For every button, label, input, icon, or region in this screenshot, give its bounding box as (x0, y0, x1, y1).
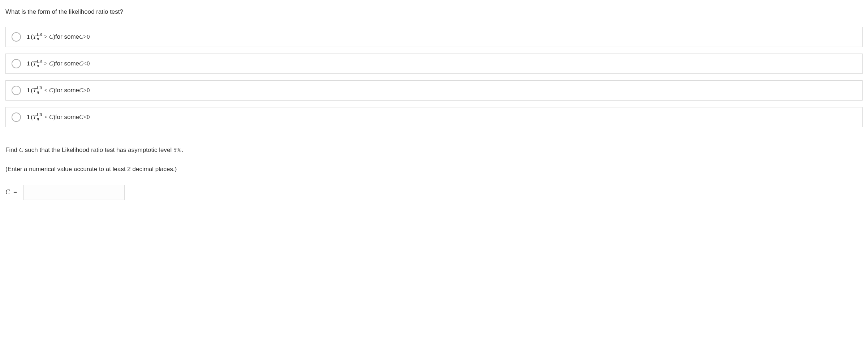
var-C: C (49, 86, 53, 95)
indicator-one: 1 (27, 112, 30, 122)
q2-prefix: Find (5, 146, 19, 153)
var-C-cond: C (79, 59, 83, 68)
option-1[interactable]: 1 ( T LR n > C ) for some C >0 (5, 27, 863, 47)
cond: <0 (83, 112, 90, 122)
supsub: LR n (37, 87, 43, 94)
var-C-cond: C (79, 112, 83, 122)
question-1-text: What is the form of the likelihood ratio… (5, 7, 863, 17)
q2-period: . (182, 146, 183, 153)
radio-icon (12, 112, 21, 122)
question-2-text: Find C such that the Likelihood ratio te… (5, 145, 863, 155)
option-2[interactable]: 1 ( T LR n > C ) for some C <0 (5, 54, 863, 74)
rel-op: < (44, 86, 48, 95)
indicator-one: 1 (27, 32, 30, 42)
var-C-cond: C (79, 32, 83, 42)
var-T: T (33, 32, 36, 42)
question-2: Find C such that the Likelihood ratio te… (5, 145, 863, 200)
for-some: for some (55, 86, 79, 95)
sub-n: n (37, 118, 43, 121)
sub-n: n (37, 37, 43, 41)
rel-op: < (44, 112, 48, 122)
for-some: for some (55, 32, 79, 42)
supsub: LR n (37, 33, 43, 41)
indicator-one: 1 (27, 59, 30, 68)
radio-icon (12, 59, 21, 68)
option-2-label: 1 ( T LR n > C ) for some C <0 (27, 59, 90, 68)
answer-input-C[interactable] (23, 185, 125, 200)
var-C: C (49, 112, 53, 122)
option-1-label: 1 ( T LR n > C ) for some C >0 (27, 32, 90, 42)
var-T: T (33, 112, 36, 122)
sub-n: n (37, 64, 43, 68)
option-3-label: 1 ( T LR n < C ) for some C >0 (27, 86, 90, 95)
answer-line: C = (5, 185, 863, 200)
q2-five: 5% (173, 146, 182, 153)
option-4-label: 1 ( T LR n < C ) for some C <0 (27, 112, 90, 122)
q2-C: C (19, 146, 23, 153)
radio-icon (12, 86, 21, 95)
radio-icon (12, 32, 21, 42)
option-4[interactable]: 1 ( T LR n < C ) for some C <0 (5, 107, 863, 127)
answer-label-C: C (5, 187, 10, 197)
option-3[interactable]: 1 ( T LR n < C ) for some C >0 (5, 80, 863, 101)
question-2-hint: (Enter a numerical value accurate to at … (5, 165, 863, 174)
rel-op: > (44, 32, 48, 42)
supsub: LR n (37, 114, 43, 121)
indicator-one: 1 (27, 86, 30, 95)
cond: >0 (83, 32, 90, 42)
cond: <0 (83, 59, 90, 68)
for-some: for some (55, 59, 79, 68)
supsub: LR n (37, 60, 43, 67)
for-some: for some (55, 112, 79, 122)
var-T: T (33, 86, 36, 95)
var-C-cond: C (79, 86, 83, 95)
var-T: T (33, 59, 36, 68)
sub-n: n (37, 91, 43, 94)
options-container: 1 ( T LR n > C ) for some C >0 1 ( T (5, 27, 863, 127)
equals-sign: = (13, 187, 17, 197)
q2-mid: such that the Likelihood ratio test has … (23, 146, 173, 153)
cond: >0 (83, 86, 90, 95)
var-C: C (49, 32, 53, 42)
rel-op: > (44, 59, 48, 68)
var-C: C (49, 59, 53, 68)
